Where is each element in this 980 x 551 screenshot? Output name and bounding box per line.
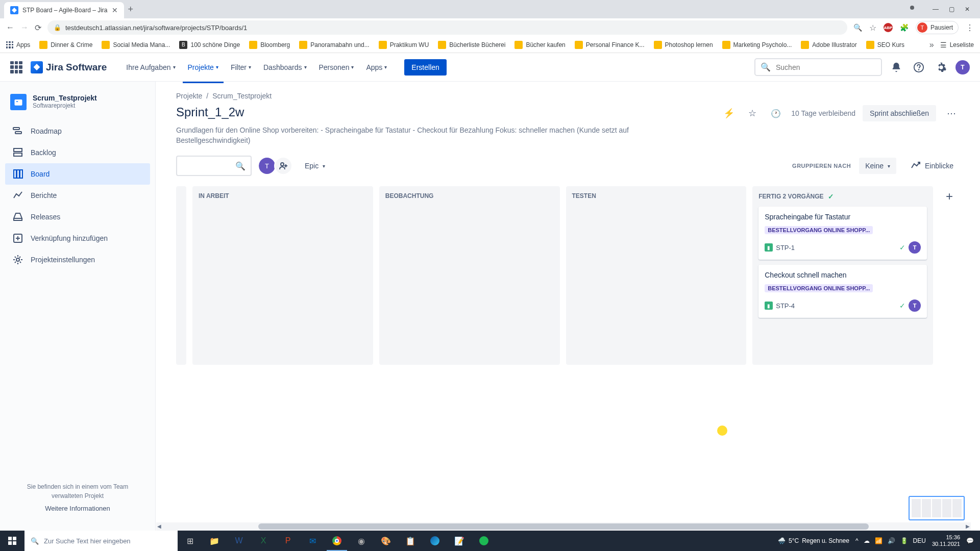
obs-icon[interactable]: ◉ (349, 531, 374, 551)
automation-icon[interactable]: ⚡ (721, 105, 737, 121)
card-key[interactable]: STP-4 (776, 302, 896, 310)
close-window-button[interactable]: ✕ (965, 6, 970, 13)
app-switcher-icon[interactable] (10, 61, 22, 73)
volume-icon[interactable]: 🔊 (888, 537, 895, 544)
add-column-button[interactable]: + (939, 186, 960, 207)
back-button[interactable]: ← (6, 23, 14, 32)
issue-card[interactable]: Spracheingabe für Tastatur BESTELLVORGAN… (758, 207, 927, 260)
more-actions-icon[interactable]: ⋯ (943, 105, 960, 121)
powerpoint-icon[interactable]: P (276, 531, 300, 551)
zoom-icon[interactable]: 🔍 (853, 23, 862, 32)
sidebar-footer-link[interactable]: Weitere Informationen (13, 505, 142, 512)
bookmark-item[interactable]: Praktikum WU (379, 41, 429, 49)
sidebar-item-add-link[interactable]: Verknüpfung hinzufügen (5, 228, 150, 249)
bookmark-item[interactable]: Bloomberg (249, 41, 290, 49)
nav-apps[interactable]: Apps▾ (361, 59, 392, 76)
card-key[interactable]: STP-1 (776, 244, 896, 252)
mail-icon[interactable]: ✉ (300, 531, 325, 551)
star-icon[interactable]: ☆ (744, 105, 761, 121)
profile-chip[interactable]: T Pausiert (916, 21, 959, 34)
add-people-button[interactable] (274, 157, 292, 175)
scrollbar-thumb[interactable] (258, 523, 869, 530)
create-button[interactable]: Erstellen (404, 59, 446, 76)
insights-button[interactable]: Einblicke (904, 157, 960, 175)
global-search[interactable]: 🔍 (754, 58, 882, 76)
bookmark-item[interactable]: B100 schöne Dinge (179, 41, 240, 49)
column-test[interactable]: TESTEN (566, 186, 747, 365)
help-icon[interactable] (911, 59, 927, 76)
edge-icon[interactable] (423, 531, 447, 551)
bookmark-item[interactable]: Bücherliste Bücherei (438, 41, 505, 49)
sidebar-item-reports[interactable]: Berichte (5, 185, 150, 206)
url-field[interactable]: 🔒 testdeutsch1.atlassian.net/jira/softwa… (47, 20, 847, 35)
bookmark-item[interactable]: Bücher kaufen (514, 41, 565, 49)
bookmark-item[interactable]: Marketing Psycholo... (722, 41, 792, 49)
chrome-icon[interactable] (325, 531, 349, 551)
scroll-left-arrow[interactable]: ◀ (157, 523, 161, 529)
card-epic-label[interactable]: BESTELLVORGANG ONLINE SHOPP... (765, 226, 873, 234)
bookmark-item[interactable]: Photoshop lernen (654, 41, 713, 49)
board-search[interactable]: 🔍 (176, 156, 252, 176)
bookmark-item[interactable]: SEO Kurs (866, 41, 904, 49)
board-minimap[interactable] (909, 496, 965, 520)
chrome-menu-icon[interactable]: ⋮ (966, 23, 974, 33)
column-in-progress[interactable]: IN ARBEIT (192, 186, 373, 365)
extensions-icon[interactable]: 🧩 (900, 23, 909, 32)
nav-your-work[interactable]: Ihre Aufgaben▾ (121, 59, 180, 76)
clock[interactable]: 15:36 30.11.2021 (932, 534, 960, 547)
notifications-tray-icon[interactable]: 💬 (966, 537, 974, 544)
nav-people[interactable]: Personen▾ (314, 59, 359, 76)
group-by-select[interactable]: Keine▾ (859, 158, 896, 174)
sidebar-item-settings[interactable]: Projekteinstellungen (5, 249, 150, 270)
spotify-icon[interactable] (472, 531, 496, 551)
card-assignee-avatar[interactable]: T (909, 299, 921, 312)
task-view-icon[interactable]: ⊞ (178, 531, 202, 551)
battery-icon[interactable]: 🔋 (900, 537, 908, 544)
bookmark-item[interactable]: Dinner & Crime (39, 41, 92, 49)
browser-tab[interactable]: STP Board – Agile-Board – Jira ✕ (4, 2, 124, 18)
column-review[interactable]: BEOBACHTUNG (379, 186, 560, 365)
bookmark-item[interactable]: Adobe Illustrator (801, 41, 856, 49)
breadcrumb-project[interactable]: Scrum_Testprojekt (212, 92, 272, 100)
notifications-icon[interactable] (888, 59, 904, 76)
new-tab-button[interactable]: + (128, 4, 134, 15)
minimize-button[interactable]: — (933, 6, 939, 13)
settings-icon[interactable] (933, 59, 949, 76)
reload-button[interactable]: ⟳ (35, 23, 41, 33)
nav-filters[interactable]: Filter▾ (226, 59, 256, 76)
breadcrumb-root[interactable]: Projekte (176, 92, 202, 100)
language-indicator[interactable]: DEU (913, 537, 926, 544)
tray-overflow-icon[interactable]: ^ (855, 537, 859, 544)
nav-dashboards[interactable]: Dashboards▾ (258, 59, 312, 76)
apps-shortcut[interactable]: Apps (6, 41, 30, 48)
bookmark-star-icon[interactable]: ☆ (869, 23, 876, 33)
sidebar-item-backlog[interactable]: Backlog (5, 142, 150, 163)
weather-widget[interactable]: 🌧️ 5°C Regen u. Schnee (778, 537, 849, 544)
card-epic-label[interactable]: BESTELLVORGANG ONLINE SHOPP... (765, 284, 873, 292)
app-icon[interactable]: 🎨 (374, 531, 398, 551)
user-avatar[interactable]: T (955, 60, 970, 74)
bookmark-item[interactable]: Panoramabahn und... (299, 41, 369, 49)
start-button[interactable] (0, 531, 24, 551)
reading-list[interactable]: ☰Leseliste (940, 41, 974, 49)
column-done[interactable]: FERTIG 2 VORGÄNGE ✓ Spracheingabe für Ta… (752, 186, 933, 365)
bookmark-item[interactable]: Personal Finance K... (575, 41, 645, 49)
bookmark-item[interactable]: Social Media Mana... (102, 41, 170, 49)
file-explorer-icon[interactable]: 📁 (202, 531, 227, 551)
forward-button[interactable]: → (20, 23, 29, 32)
epic-filter[interactable]: Epic▾ (299, 158, 331, 174)
maximize-button[interactable]: ▢ (949, 6, 954, 13)
horizontal-scrollbar[interactable]: ◀ ▶ (156, 522, 971, 531)
search-input[interactable] (776, 63, 876, 71)
issue-card[interactable]: Checkout schnell machen BESTELLVORGANG O… (758, 265, 927, 318)
sidebar-item-board[interactable]: Board (5, 163, 150, 185)
abp-extension-icon[interactable]: ABP (884, 23, 893, 32)
nav-projects[interactable]: Projekte▾ (183, 59, 224, 76)
close-tab-icon[interactable]: ✕ (112, 6, 118, 14)
network-icon[interactable]: 📶 (875, 537, 883, 544)
complete-sprint-button[interactable]: Sprint abschließen (863, 105, 936, 121)
taskbar-search[interactable]: 🔍 Zur Suche Text hier eingeben (24, 531, 178, 551)
app-icon[interactable]: 📋 (398, 531, 423, 551)
bookmarks-overflow[interactable]: » (929, 40, 934, 49)
notepad-icon[interactable]: 📝 (447, 531, 472, 551)
